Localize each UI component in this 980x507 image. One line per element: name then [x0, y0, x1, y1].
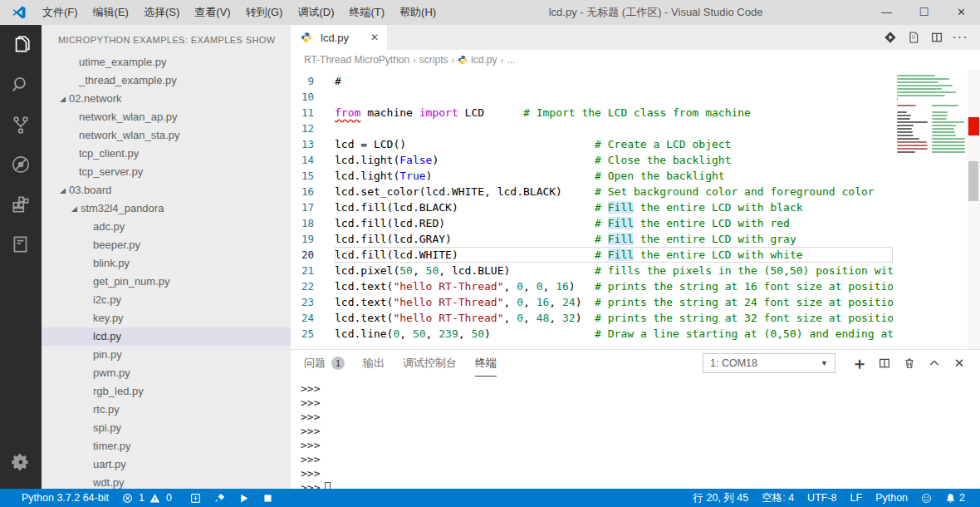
tree-item-adc-py[interactable]: adc.py: [42, 218, 291, 236]
debug-icon[interactable]: [0, 145, 42, 185]
activity-bar: [0, 25, 42, 489]
download-board-icon[interactable]: [184, 489, 208, 507]
tree-item-key-py[interactable]: key.py: [42, 309, 291, 327]
tree-item-tcp_server-py[interactable]: tcp_server.py: [42, 163, 291, 181]
breadcrumb-item[interactable]: RT-Thread MicroPython: [304, 54, 409, 66]
notifications-bell[interactable]: 2: [938, 489, 972, 507]
panel-tab-调试控制台[interactable]: 调试控制台: [403, 350, 457, 377]
tree-item-spi-py[interactable]: spi.py: [42, 419, 291, 437]
menu-item[interactable]: 终端(T): [341, 0, 392, 25]
tab-close-icon[interactable]: ✕: [370, 32, 379, 43]
tree-item-pin-py[interactable]: pin.py: [42, 346, 291, 364]
code-line-17: 17lcd.fill(lcd.BLACK) # Fill the entire …: [291, 199, 893, 215]
code-line-16: 16lcd.set_color(lcd.WHITE, lcd.BLACK) # …: [291, 184, 893, 199]
menu-item[interactable]: 文件(F): [35, 0, 86, 25]
tree-item-network_wlan_ap-py[interactable]: network_wlan_ap.py: [42, 108, 291, 126]
source-control-icon[interactable]: [0, 105, 42, 145]
menu-item[interactable]: 选择(S): [136, 0, 187, 25]
panel-tabs: 问题1输出调试控制台终端: [304, 350, 515, 377]
close-panel-icon[interactable]: ✕: [947, 351, 972, 376]
vscode-logo-icon: [12, 5, 27, 20]
explorer-icon[interactable]: [0, 25, 42, 65]
explorer-sidebar: MICROPYTHON EXAMPLES: EXAMPLES SHOW utim…: [42, 25, 291, 489]
menu-item[interactable]: 帮助(H): [392, 0, 443, 25]
tree-item-lcd-py[interactable]: lcd.py: [42, 327, 291, 346]
terminal-line: >>>: [301, 424, 980, 438]
tree-item-rtc-py[interactable]: rtc.py: [42, 401, 291, 419]
minimap[interactable]: [893, 70, 968, 349]
tree-item-network_wlan_sta-py[interactable]: network_wlan_sta.py: [42, 126, 291, 145]
tree-item-wdt-py[interactable]: wdt.py: [42, 474, 291, 489]
tree-item-i2c-py[interactable]: i2c.py: [42, 291, 291, 309]
editor-actions: ···: [879, 25, 980, 50]
title-bar: 文件(F)编辑(E)选择(S)查看(V)转到(G)调试(D)终端(T)帮助(H)…: [0, 0, 980, 25]
cursor-position[interactable]: 行 20, 列 45: [687, 489, 756, 507]
tree-item-rgb_led-py[interactable]: rgb_led.py: [42, 382, 291, 401]
error-icon: [122, 493, 133, 504]
code-editor[interactable]: 9#1011from machine import LCD # Import t…: [291, 70, 980, 349]
run-icon[interactable]: [232, 489, 256, 507]
terminal-line: >>>: [301, 480, 980, 489]
search-icon[interactable]: [0, 65, 42, 105]
docs-icon[interactable]: [0, 224, 42, 264]
maximize-panel-icon[interactable]: [922, 351, 947, 376]
run-diamond-icon[interactable]: [879, 25, 902, 50]
python-icon: [458, 55, 468, 65]
new-terminal-icon[interactable]: ＋: [847, 351, 872, 376]
chevron-down-icon: ▼: [821, 359, 828, 367]
file-tree: utime_example.py_thread_example.py◢02.ne…: [42, 53, 291, 489]
tree-item-tcp_client-py[interactable]: tcp_client.py: [42, 145, 291, 163]
connect-plug-icon[interactable]: [208, 489, 232, 507]
python-version[interactable]: Python 3.7.2 64-bit: [15, 489, 115, 507]
feedback-smiley-icon[interactable]: [914, 489, 938, 507]
tree-item-_thread_example-py[interactable]: _thread_example.py: [42, 71, 291, 90]
split-terminal-icon[interactable]: [872, 351, 897, 376]
more-actions-icon[interactable]: ···: [948, 25, 972, 50]
menu-item[interactable]: 查看(V): [187, 0, 238, 25]
extensions-icon[interactable]: [0, 185, 42, 224]
tree-item-02-network[interactable]: ◢02.network: [42, 90, 291, 108]
code-line-19: 19lcd.fill(lcd.GRAY) # Fill the entire L…: [291, 231, 893, 247]
tree-item-get_pin_num-py[interactable]: get_pin_num.py: [42, 273, 291, 291]
split-editor-icon[interactable]: [925, 25, 948, 50]
tree-item-uart-py[interactable]: uart.py: [42, 455, 291, 474]
tree-item-beeper-py[interactable]: beeper.py: [42, 236, 291, 254]
maximize-button[interactable]: ☐: [905, 0, 943, 25]
menu-item[interactable]: 编辑(E): [86, 0, 136, 25]
minimize-button[interactable]: —: [868, 0, 905, 25]
tree-item-utime_example-py[interactable]: utime_example.py: [42, 53, 291, 71]
stop-icon[interactable]: [256, 489, 280, 507]
python-icon: [301, 32, 312, 43]
kill-terminal-icon[interactable]: [897, 351, 922, 376]
panel-tab-问题[interactable]: 问题1: [304, 350, 345, 377]
sidebar-section-title[interactable]: MICROPYTHON EXAMPLES: EXAMPLES SHOW: [42, 25, 291, 53]
tab-lcd-py[interactable]: lcd.py ✕: [291, 25, 387, 50]
editor-scrollbar-thumb[interactable]: [968, 161, 978, 201]
panel-tab-输出[interactable]: 输出: [363, 350, 385, 377]
terminal[interactable]: >>>>>>>>>>>>>>>>>>>>>>>>: [291, 377, 980, 489]
indentation[interactable]: 空格: 4: [755, 489, 801, 507]
tree-item-stm32l4_pandora[interactable]: ◢stm32l4_pandora: [42, 199, 291, 218]
eol-sequence[interactable]: LF: [844, 489, 870, 507]
menu-item[interactable]: 转到(G): [238, 0, 291, 25]
settings-gear-icon[interactable]: [0, 442, 42, 482]
menu-item[interactable]: 调试(D): [290, 0, 341, 25]
panel-tab-终端[interactable]: 终端: [475, 350, 497, 377]
terminal-line: >>>: [301, 438, 980, 452]
breadcrumb-item[interactable]: lcd.py: [458, 54, 497, 66]
problems-indicator[interactable]: 1 0: [115, 489, 184, 507]
breadcrumb-item[interactable]: ...: [507, 54, 515, 66]
tree-item-03-board[interactable]: ◢03.board: [42, 181, 291, 199]
window-controls: — ☐ ✕: [868, 0, 980, 25]
tree-item-blink-py[interactable]: blink.py: [42, 254, 291, 273]
breadcrumb-item[interactable]: scripts: [419, 54, 448, 66]
terminal-port-select[interactable]: 1: COM18 ▼: [703, 353, 835, 373]
tree-item-pwm-py[interactable]: pwm.py: [42, 364, 291, 382]
close-button[interactable]: ✕: [943, 0, 980, 25]
language-mode[interactable]: Python: [869, 489, 914, 507]
tree-item-timer-py[interactable]: timer.py: [42, 437, 291, 455]
encoding[interactable]: UTF-8: [801, 489, 843, 507]
binary-file-icon[interactable]: [902, 25, 925, 50]
code-line-10: 10: [291, 89, 893, 105]
code-line-15: 15lcd.light(True) # Open the backlight: [291, 168, 893, 184]
